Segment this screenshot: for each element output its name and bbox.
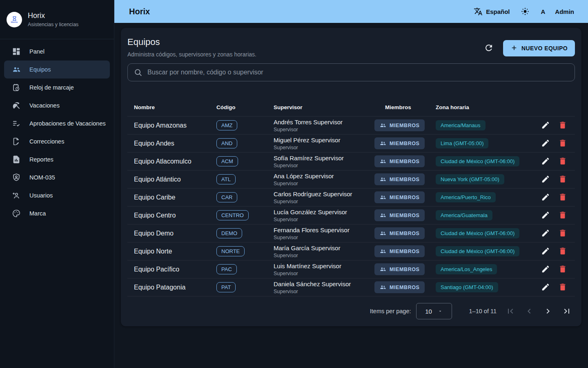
edit-button[interactable] <box>541 265 550 274</box>
members-button-label: MIEMBROS <box>390 141 420 146</box>
timezone-badge: Ciudad de México (GMT-06:00) <box>436 156 519 166</box>
plus-icon <box>510 44 518 53</box>
members-button[interactable]: MIEMBROS <box>374 227 425 239</box>
edit-button[interactable] <box>541 193 550 202</box>
delete-button[interactable] <box>558 247 568 256</box>
sidebar-item-aprobaciones[interactable]: Aprobaciones de Vacaciones <box>4 114 110 132</box>
members-button[interactable]: MIEMBROS <box>374 191 425 203</box>
app-name: Horix <box>28 11 78 20</box>
logo-wordmark: Horix <box>11 21 18 23</box>
supervisor-role: Supervisor <box>274 289 374 294</box>
timezone-badge: Ciudad de México (GMT-06:00) <box>436 228 519 238</box>
edit-pencil-icon <box>541 139 550 148</box>
members-button[interactable]: MIEMBROS <box>374 173 425 185</box>
groups-icon <box>379 284 386 291</box>
edit-button[interactable] <box>541 175 550 184</box>
table-row: Equipo Norte NORTE María García Supervis… <box>127 242 575 260</box>
sidebar-item-nom-035[interactable]: NOM-035 <box>4 168 110 186</box>
sidebar-item-panel[interactable]: Panel <box>4 43 110 61</box>
edit-button[interactable] <box>541 139 550 148</box>
items-per-page-value: 10 <box>425 308 432 315</box>
delete-button[interactable] <box>558 139 568 148</box>
sidebar-item-label: Reloj de marcaje <box>29 84 74 91</box>
members-button[interactable]: MIEMBROS <box>374 137 425 149</box>
edit-button[interactable] <box>541 229 550 238</box>
language-label: Español <box>486 8 510 15</box>
table-row: Equipo Atlántico ATL Ana López Superviso… <box>127 171 575 188</box>
groups-icon <box>379 176 386 183</box>
sidebar-item-reportes[interactable]: Reportes <box>4 150 110 168</box>
previous-page-button[interactable] <box>524 306 534 316</box>
trash-icon <box>558 247 567 256</box>
brand-header: Horix Horix Asistencias y licencias <box>0 0 114 39</box>
beach-umbrella-icon <box>11 101 21 110</box>
trash-icon <box>558 229 567 238</box>
supervisor-name: Carlos Rodríguez Supervisor <box>274 191 374 197</box>
delete-button[interactable] <box>558 211 568 220</box>
sidebar-item-reloj-de-marcaje[interactable]: Reloj de marcaje <box>4 79 110 96</box>
supervisor-name: Luis Martínez Supervisor <box>274 263 374 269</box>
sidebar-item-marca[interactable]: Marca <box>4 204 110 222</box>
members-button-label: MIEMBROS <box>390 177 420 182</box>
new-team-button[interactable]: NUEVO EQUIPO <box>503 40 575 56</box>
members-button-label: MIEMBROS <box>390 195 420 200</box>
user-menu[interactable]: A Admin <box>541 8 574 15</box>
table-row: Equipo Demo DEMO Fernanda Flores Supervi… <box>127 224 575 242</box>
language-selector[interactable]: Español <box>473 7 510 16</box>
col-header-timezone: Zona horaria <box>436 104 524 110</box>
search-input[interactable] <box>147 69 569 76</box>
groups-icon <box>379 266 386 273</box>
next-page-button[interactable] <box>543 306 553 316</box>
members-button[interactable]: MIEMBROS <box>374 209 425 221</box>
delete-button[interactable] <box>558 229 568 238</box>
members-button[interactable]: MIEMBROS <box>374 245 425 257</box>
supervisor-role: Supervisor <box>274 199 374 204</box>
punch-clock-icon <box>11 83 21 92</box>
members-button[interactable]: MIEMBROS <box>374 119 425 131</box>
sidebar-item-equipos[interactable]: Equipos <box>4 61 110 79</box>
last-page-icon <box>562 311 572 317</box>
delete-button[interactable] <box>558 121 568 130</box>
app-tagline: Asistencias y licencias <box>28 22 78 27</box>
sidebar-item-usuarios[interactable]: Usuarios <box>4 186 110 204</box>
sidebar-item-label: Reportes <box>29 156 53 163</box>
sidebar-item-correcciones[interactable]: Correcciones <box>4 132 110 150</box>
edit-button[interactable] <box>541 283 550 292</box>
edit-button[interactable] <box>541 157 550 166</box>
teams-table: Nombre Código Supervisor Miembros Zona h… <box>127 99 575 296</box>
delete-button[interactable] <box>558 157 568 166</box>
members-button[interactable]: MIEMBROS <box>374 155 425 167</box>
team-code-chip: ATL <box>216 174 236 184</box>
delete-button[interactable] <box>558 175 568 184</box>
delete-button[interactable] <box>558 193 568 202</box>
sidebar-item-vacaciones[interactable]: Vacaciones <box>4 96 110 114</box>
sidebar-item-label: Panel <box>29 48 45 55</box>
team-name: Equipo Centro <box>134 212 216 219</box>
team-code-chip: NORTE <box>216 246 245 256</box>
members-button-label: MIEMBROS <box>390 249 420 254</box>
groups-icon <box>379 194 386 201</box>
supervisor-name: Andrés Torres Supervisor <box>274 119 374 126</box>
members-button-label: MIEMBROS <box>390 213 420 218</box>
refresh-button[interactable] <box>483 43 494 54</box>
delete-button[interactable] <box>558 265 568 274</box>
timezone-badge: Lima (GMT-05:00) <box>436 138 488 148</box>
sidebar-item-label: Correcciones <box>29 138 64 145</box>
edit-button[interactable] <box>541 247 550 256</box>
first-page-button[interactable] <box>506 306 515 316</box>
delete-button[interactable] <box>558 283 568 292</box>
team-code-chip: AMZ <box>216 120 237 130</box>
items-per-page-select[interactable]: 10 <box>416 303 452 319</box>
members-button[interactable]: MIEMBROS <box>374 263 425 275</box>
supervisor-role: Supervisor <box>274 127 374 132</box>
edit-button[interactable] <box>541 121 550 130</box>
last-page-button[interactable] <box>562 306 572 316</box>
col-header-members: Miembros <box>374 104 436 110</box>
groups-icon <box>379 122 386 129</box>
edit-button[interactable] <box>541 211 550 220</box>
team-code-chip: PAT <box>216 282 236 292</box>
members-button[interactable]: MIEMBROS <box>374 281 425 293</box>
brightness-toggle-icon[interactable] <box>520 7 530 16</box>
table-row: Equipo Andes AND Miguel Pérez Supervisor… <box>127 135 575 153</box>
teams-card: Equipos Administra códigos, supervisores… <box>121 28 581 326</box>
